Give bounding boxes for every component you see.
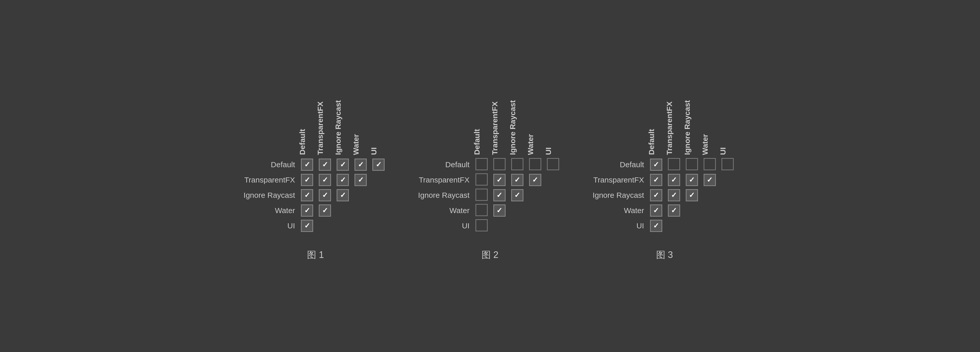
matrix-1: DefaultTransparentFXIgnore RaycastWaterU…	[243, 91, 387, 233]
check-cell-r3-c2	[508, 203, 526, 218]
table-row: Ignore Raycast	[418, 188, 562, 203]
check-cell-r3-c2	[334, 203, 352, 218]
check-cell-r2-c1	[665, 188, 683, 203]
checkbox-r0-c4[interactable]	[721, 158, 734, 170]
col-header-3: Water	[526, 91, 544, 157]
checkbox-r2-c2[interactable]	[337, 189, 349, 201]
checkbox-r2-c0[interactable]	[650, 189, 662, 201]
checkbox-r2-c0[interactable]	[476, 189, 488, 201]
figure-3: DefaultTransparentFXIgnore RaycastWaterU…	[593, 91, 737, 261]
checkbox-r0-c3[interactable]	[703, 158, 716, 170]
checkbox-r1-c1[interactable]	[493, 174, 506, 186]
col-header-1: TransparentFX	[316, 91, 334, 157]
check-cell-r4-c0	[647, 218, 665, 233]
col-header-label-1: TransparentFX	[665, 101, 675, 155]
table-row: TransparentFX	[418, 172, 562, 188]
checkbox-r0-c1[interactable]	[493, 158, 506, 170]
check-cell-r3-c3	[526, 203, 544, 218]
checkbox-r2-c1[interactable]	[319, 189, 331, 201]
table-3: DefaultTransparentFXIgnore RaycastWaterU…	[593, 91, 737, 233]
matrix-2: DefaultTransparentFXIgnore RaycastWaterU…	[418, 91, 562, 233]
check-cell-r2-c3	[526, 188, 544, 203]
checkbox-r1-c2[interactable]	[686, 174, 698, 186]
check-cell-r0-c4	[719, 157, 737, 172]
checkbox-r2-c2[interactable]	[686, 189, 698, 201]
checkbox-r1-c0[interactable]	[476, 173, 488, 186]
checkbox-r4-c0[interactable]	[476, 219, 488, 231]
checkbox-r0-c4[interactable]	[372, 159, 385, 171]
check-cell-r4-c2	[508, 218, 526, 233]
check-cell-r0-c2	[683, 157, 701, 172]
check-cell-r4-c2	[334, 218, 352, 233]
checkbox-r1-c3[interactable]	[529, 174, 541, 186]
checkbox-r4-c0[interactable]	[650, 220, 662, 232]
checkbox-r1-c1[interactable]	[668, 174, 680, 186]
row-label-4: UI	[593, 218, 647, 233]
table-row: Default	[593, 157, 737, 172]
row-label-3: Water	[418, 203, 473, 218]
checkbox-r1-c0[interactable]	[301, 174, 313, 186]
check-cell-r4-c0	[473, 218, 490, 233]
col-header-2: Ignore Raycast	[508, 91, 526, 157]
col-header-label-1: TransparentFX	[316, 101, 326, 155]
check-cell-r2-c0	[473, 188, 490, 203]
col-header-4: UI	[369, 91, 387, 157]
checkbox-r3-c1[interactable]	[319, 205, 331, 217]
checkbox-r0-c4[interactable]	[547, 158, 559, 170]
checkbox-r1-c3[interactable]	[703, 174, 716, 186]
corner-cell	[418, 91, 473, 157]
checkbox-r3-c0[interactable]	[476, 204, 488, 216]
col-header-label-1: TransparentFX	[490, 101, 501, 155]
check-cell-r4-c0	[298, 218, 316, 233]
checkbox-r0-c0[interactable]	[650, 159, 662, 171]
checkbox-r1-c3[interactable]	[355, 174, 367, 186]
check-cell-r3-c3	[352, 203, 369, 218]
col-header-label-3: Water	[352, 134, 362, 155]
table-row: Default	[243, 157, 387, 172]
check-cell-r1-c4	[544, 172, 562, 188]
check-cell-r2-c3	[701, 188, 719, 203]
checkbox-r0-c2[interactable]	[686, 158, 698, 170]
corner-cell	[593, 91, 647, 157]
row-label-3: Water	[243, 203, 298, 218]
check-cell-r3-c4	[719, 203, 737, 218]
table-row: Ignore Raycast	[593, 188, 737, 203]
check-cell-r4-c3	[526, 218, 544, 233]
checkbox-r3-c0[interactable]	[301, 205, 313, 217]
check-cell-r0-c1	[490, 157, 508, 172]
checkbox-r0-c0[interactable]	[476, 158, 488, 170]
check-cell-r3-c4	[369, 203, 387, 218]
checkbox-r3-c0[interactable]	[650, 205, 662, 217]
checkbox-r0-c2[interactable]	[337, 159, 349, 171]
checkbox-r2-c0[interactable]	[301, 189, 313, 201]
col-header-label-0: Default	[647, 129, 657, 155]
checkbox-r0-c1[interactable]	[319, 159, 331, 171]
checkbox-r1-c1[interactable]	[319, 174, 331, 186]
col-header-label-3: Water	[701, 134, 711, 155]
table-row: TransparentFX	[593, 172, 737, 188]
checkbox-r1-c2[interactable]	[337, 174, 349, 186]
check-cell-r0-c3	[701, 157, 719, 172]
check-cell-r0-c2	[334, 157, 352, 172]
checkbox-r4-c0[interactable]	[301, 220, 313, 232]
checkbox-r0-c2[interactable]	[511, 158, 523, 170]
checkbox-r2-c1[interactable]	[668, 189, 680, 201]
col-header-1: TransparentFX	[665, 91, 683, 157]
check-cell-r2-c4	[719, 188, 737, 203]
checkbox-r2-c1[interactable]	[493, 189, 506, 201]
checkbox-r1-c2[interactable]	[511, 174, 523, 186]
row-label-3: Water	[593, 203, 647, 218]
checkbox-r0-c1[interactable]	[668, 158, 680, 170]
table-row: Water	[418, 203, 562, 218]
checkbox-r0-c3[interactable]	[355, 159, 367, 171]
checkbox-r1-c0[interactable]	[650, 174, 662, 186]
checkbox-r3-c1[interactable]	[493, 205, 506, 217]
row-label-0: Default	[243, 157, 298, 172]
checkbox-r0-c0[interactable]	[301, 159, 313, 171]
checkbox-r2-c2[interactable]	[511, 189, 523, 201]
checkbox-r3-c1[interactable]	[668, 205, 680, 217]
check-cell-r1-c3	[526, 172, 544, 188]
figure-2: DefaultTransparentFXIgnore RaycastWaterU…	[418, 91, 562, 261]
check-cell-r1-c3	[701, 172, 719, 188]
checkbox-r0-c3[interactable]	[529, 158, 541, 170]
